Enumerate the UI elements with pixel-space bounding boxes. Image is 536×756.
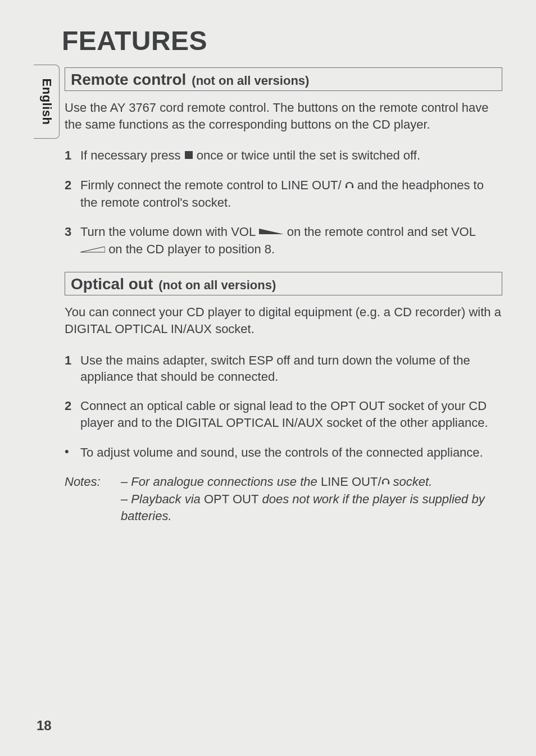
svg-rect-0 bbox=[185, 151, 193, 159]
notes-line-1: Notes: – For analogue connections use th… bbox=[65, 473, 502, 491]
remote-step-3: 3 Turn the volume down with VOL on the r… bbox=[65, 224, 502, 258]
stop-icon bbox=[184, 147, 193, 164]
optical-step-1: 1 Use the mains adapter, switch ESP off … bbox=[65, 352, 502, 385]
text-frag: socket. bbox=[390, 475, 433, 489]
step-text: If necessary press once or twice until t… bbox=[80, 147, 502, 165]
page-title: FEATURES bbox=[62, 25, 502, 56]
step-number: 3 bbox=[65, 224, 80, 258]
remote-step-2: 2 Firmly connect the remote control to L… bbox=[65, 177, 502, 211]
headphones-icon bbox=[381, 473, 390, 490]
notes-spacer bbox=[65, 491, 121, 524]
text-frag: – Playback via bbox=[121, 492, 204, 506]
language-tab: English bbox=[34, 65, 60, 139]
text-frag: Firmly connect the remote control to LIN… bbox=[80, 178, 342, 192]
remote-steps: 1 If necessary press once or twice until… bbox=[65, 147, 502, 258]
volume-up-icon bbox=[80, 241, 105, 258]
step-text: Connect an optical cable or signal lead … bbox=[80, 398, 502, 431]
remote-intro: Use the AY 3767 cord remote control. The… bbox=[65, 99, 502, 133]
svg-rect-5 bbox=[381, 482, 383, 485]
section-header-optical: Optical out (not on all versions) bbox=[65, 272, 502, 295]
svg-rect-2 bbox=[352, 185, 353, 188]
svg-marker-3 bbox=[259, 229, 284, 234]
text-frag: OPT OUT bbox=[204, 492, 258, 506]
optical-intro: You can connect your CD player to digita… bbox=[65, 304, 502, 337]
text-frag: – For analogue connections use the bbox=[121, 475, 321, 489]
notes-line-2: – Playback via OPT OUT does not work if … bbox=[65, 491, 502, 524]
section-title-remote: Remote control bbox=[71, 71, 186, 89]
step-number: 1 bbox=[65, 147, 80, 165]
text-frag: LINE OUT/ bbox=[321, 475, 381, 489]
step-number: 2 bbox=[65, 398, 80, 431]
language-label: English bbox=[39, 79, 54, 125]
bullet-text: To adjust volume and sound, use the cont… bbox=[80, 444, 483, 461]
section-sub-remote: (not on all versions) bbox=[192, 74, 309, 88]
bullet-icon: • bbox=[65, 444, 80, 461]
text-frag: on the remote control and set VOL bbox=[287, 225, 476, 239]
optical-steps: 1 Use the mains adapter, switch ESP off … bbox=[65, 352, 502, 431]
content: Remote control (not on all versions) Use… bbox=[65, 67, 502, 524]
section-title-optical: Optical out bbox=[71, 275, 153, 293]
svg-marker-4 bbox=[80, 247, 105, 252]
text-frag: on the CD player to position 8. bbox=[108, 242, 275, 256]
manual-page: FEATURES English Remote control (not on … bbox=[0, 0, 536, 756]
svg-rect-1 bbox=[346, 185, 347, 188]
optical-step-2: 2 Connect an optical cable or signal lea… bbox=[65, 398, 502, 431]
text-frag: Turn the volume down with VOL bbox=[80, 225, 259, 239]
step-number: 2 bbox=[65, 177, 80, 211]
section-header-remote: Remote control (not on all versions) bbox=[65, 67, 502, 91]
step-text: Use the mains adapter, switch ESP off an… bbox=[80, 352, 502, 385]
notes-label: Notes: bbox=[65, 473, 121, 491]
remote-step-1: 1 If necessary press once or twice until… bbox=[65, 147, 502, 165]
section-sub-optical: (not on all versions) bbox=[158, 278, 276, 293]
text-frag: once or twice until the set is switched … bbox=[197, 148, 420, 162]
volume-down-icon bbox=[259, 223, 284, 240]
page-number: 18 bbox=[37, 718, 52, 734]
note-text: – For analogue connections use the LINE … bbox=[121, 473, 502, 491]
note-text: – Playback via OPT OUT does not work if … bbox=[121, 491, 502, 524]
step-number: 1 bbox=[65, 352, 80, 385]
headphones-icon bbox=[345, 177, 354, 194]
step-text: Turn the volume down with VOL on the rem… bbox=[80, 224, 502, 258]
svg-rect-6 bbox=[388, 482, 389, 485]
step-text: Firmly connect the remote control to LIN… bbox=[80, 177, 502, 211]
optical-bullet: • To adjust volume and sound, use the co… bbox=[65, 444, 502, 461]
text-frag: If necessary press bbox=[80, 148, 184, 162]
